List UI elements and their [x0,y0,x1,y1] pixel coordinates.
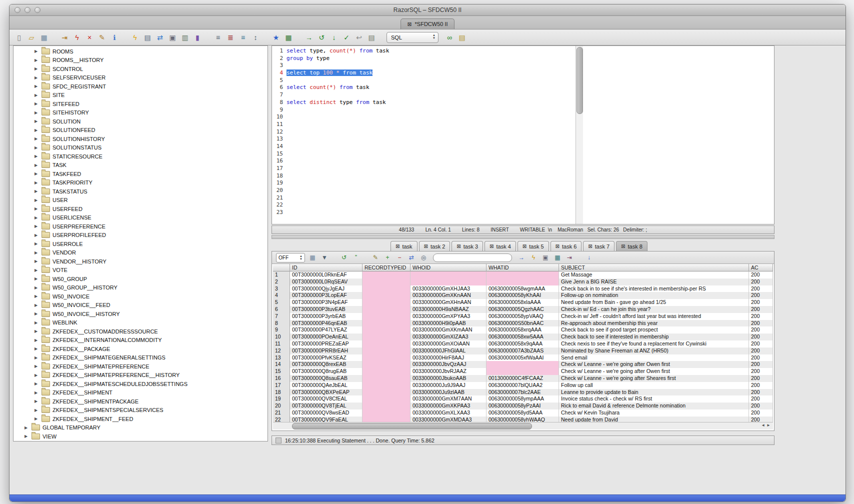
cell-subject[interactable]: Check w/ Leanne - we're going after Owen… [559,361,749,368]
tab-close-icon[interactable]: ⊠ [424,244,428,249]
editor-line[interactable]: 4select top 100 * from task [272,70,774,77]
cell-rownum[interactable]: 2 [273,278,290,286]
disclosure-triangle-icon[interactable]: ▶ [34,146,39,150]
delete-row-icon[interactable]: − [395,253,404,262]
results-log-icon[interactable]: ▤ [458,33,466,42]
cell-whoid[interactable]: 0033000000GmXIZAA3 [410,334,486,340]
cell-id[interactable]: 00T3000000QAeJbEAL [290,382,362,389]
cell-recordtypeid[interactable] [362,320,410,327]
editor-results-splitter[interactable] [272,235,774,239]
cell-recordtypeid[interactable] [362,272,410,278]
disclosure-triangle-icon[interactable]: ▶ [34,119,39,124]
table-row[interactable]: 1700T3000000QAeJbEAL0033000000Ju9J9AAJ00… [273,382,773,389]
table-grid-icon[interactable]: ▦ [284,33,293,42]
cell-whatid[interactable]: 006300000058yhWAAQ [486,416,559,422]
highlight-icon[interactable]: ϟ [529,253,538,262]
tree-item-taskstatus[interactable]: ▶TASKSTATUS [14,187,268,196]
table-row[interactable]: 600T3000000P3tuvEAB0033000000H9aNBAAZ006… [273,306,773,313]
cell-rownum[interactable]: 17 [273,382,290,389]
tree-item-w50-group-history[interactable]: ▶W50_GROUP__HISTORY [14,284,268,292]
cell-whatid[interactable]: 006300000058yKhAAI [486,292,559,299]
cell-recordtypeid[interactable] [362,278,410,286]
cell-whatid[interactable]: 00630000007blc2AAE [486,389,559,396]
results-tab-task-8[interactable]: ⊠task 8 [616,241,648,251]
cell-ac[interactable]: 200 [749,286,773,292]
sql-editor[interactable]: 1select type, count(*) from task2group b… [272,46,774,224]
disclosure-triangle-icon[interactable]: ▶ [34,390,39,395]
disclosure-triangle-icon[interactable]: ▶ [34,373,39,378]
disclosure-triangle-icon[interactable]: ▶ [34,206,39,211]
quotes-icon[interactable]: ” [352,253,360,262]
cell-rownum[interactable]: 15 [273,368,290,375]
tree-item-userrole[interactable]: ▶USERROLE [14,240,268,248]
cell-id[interactable]: 00T3000000QV9FaEAL [290,416,362,422]
disclosure-triangle-icon[interactable]: ▶ [34,110,39,115]
cell-ac[interactable]: 200 [749,389,773,396]
cell-ac[interactable]: 200 [749,361,773,368]
import-icon[interactable]: ⇥ [60,33,69,42]
cell-recordtypeid[interactable] [362,396,410,402]
disclosure-triangle-icon[interactable]: ▶ [34,276,39,281]
cell-ac[interactable]: 200 [749,348,773,354]
undo-icon[interactable]: ↩ [354,33,364,42]
disclosure-triangle-icon[interactable]: ▶ [34,259,39,264]
cell-ac[interactable]: 200 [749,292,773,299]
cell-whoid[interactable]: 0033000000GmXPYAA3 [410,313,486,320]
editor-line[interactable]: 18 [272,172,774,180]
copy-icon[interactable]: ▣ [168,33,177,42]
table-row[interactable]: 1400T3000000Q8rexEAB0033000000JbvQzAAJCh… [273,361,773,368]
table-row[interactable]: 500T3000000P3N4pEAF0033000000GmXHnAAN006… [273,299,773,306]
edit-cell-icon[interactable]: ✎ [371,253,380,262]
tree-item-zkfedex-shipmatepreference[interactable]: ▶ZKFEDEX__SHIPMATEPREFERENCE [14,362,268,371]
cell-whatid[interactable]: 006300000058xw5AAA [486,334,559,340]
schema-book-icon[interactable]: ▮ [193,33,202,42]
results-tab-task[interactable]: ⊠task [390,241,418,251]
rerun-icon[interactable]: ↺ [317,33,326,42]
results-tab-task-4[interactable]: ⊠task 4 [484,241,516,251]
table-row[interactable]: 1300T3000000PfvKSEAZ0033000000HirF8AAJ00… [273,354,773,362]
cell-subject[interactable]: Follow-up on nomination [559,292,749,299]
cell-whoid[interactable]: 0033000000Ju9J9AAJ [410,382,486,389]
cell-subject[interactable]: Send email [559,354,749,362]
editor-line[interactable]: 10 [272,114,774,121]
favorites-star-icon[interactable]: ★ [272,33,280,42]
cell-subject[interactable]: Check back in to see if she's interested… [559,286,749,292]
execute-check-icon[interactable]: ✓ [342,33,351,42]
editor-line[interactable]: 14 [272,143,774,150]
disclosure-triangle-icon[interactable]: ▶ [34,216,39,220]
tree-item-zkfedex-shipmatescheduledjobssettings[interactable]: ▶ZKFEDEX__SHIPMATESCHEDULEDJOBSSETTINGS [14,380,268,388]
cell-rownum[interactable]: 1 [273,272,290,278]
cell-rownum[interactable]: 16 [273,375,290,382]
execute-bolt-icon[interactable]: ϟ [130,33,140,42]
cell-whoid[interactable]: 0033000000JbvQzAAJ [410,361,486,368]
cell-recordtypeid[interactable] [362,389,410,396]
disclosure-triangle-icon[interactable]: ▶ [34,180,39,185]
cell-whoid[interactable]: 0033000000GmXMDAA3 [410,416,486,422]
cell-recordtypeid[interactable] [362,402,410,410]
tree-item-taskpriority[interactable]: ▶TASKPRIORITY [14,178,268,188]
tab-close-icon[interactable]: ⊠ [456,244,460,249]
disclosure-triangle-icon[interactable]: ▶ [34,233,39,238]
table-row[interactable]: 700T3000000P3yrbEAB0033000000GmXPYAA3006… [273,313,773,320]
tree-item-zkfedex-shipment[interactable]: ▶ZKFEDEX__SHIPMENT [14,388,268,398]
editor-line[interactable]: 21 [272,194,774,202]
cell-ac[interactable]: 200 [749,340,773,348]
disclosure-triangle-icon[interactable]: ▶ [34,224,39,228]
cell-whatid[interactable]: 006300000058wgmAAA [486,286,559,292]
close-window-button[interactable] [14,7,20,13]
disclosure-triangle-icon[interactable]: ▶ [34,49,39,54]
disclosure-triangle-icon[interactable]: ▶ [34,268,39,272]
tab-close-icon[interactable]: ⊠ [490,244,494,249]
sort-lines-icon[interactable]: ↕ [251,33,260,42]
minimize-window-button[interactable] [24,7,30,13]
cell-id[interactable]: 00T3000000P3LopEAF [290,292,362,299]
tree-item-rooms-history[interactable]: ▶ROOMS__HISTORY [14,56,268,65]
disclosure-triangle-icon[interactable]: ▶ [34,163,39,168]
disclosure-triangle-icon[interactable]: ▶ [24,434,29,438]
auto-commit-spinner[interactable]: OFF ▲▼ [276,253,305,262]
tree-item-userlicense[interactable]: ▶USERLICENSE [14,214,268,222]
edit-connection-icon[interactable]: ✎ [98,33,106,42]
disclosure-triangle-icon[interactable]: ▶ [34,242,39,246]
tree-item-zkfedex-package[interactable]: ▶ZKFEDEX__PACKAGE [14,344,268,354]
editor-line[interactable]: 16 [272,158,774,165]
